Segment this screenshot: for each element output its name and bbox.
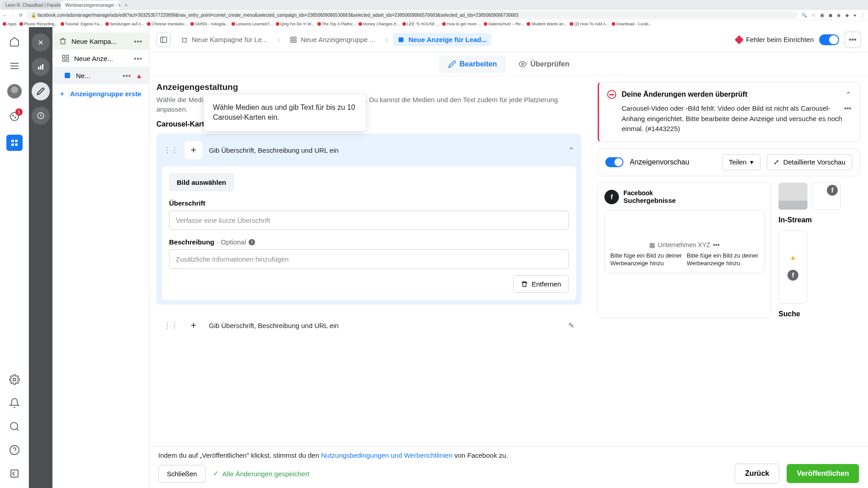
browser-tab[interactable]: Werbeanzeigenmanager - We...× [61, 1, 120, 9]
reload-icon[interactable]: ⟳ [19, 13, 23, 18]
crumb-adset[interactable]: Neue Anzeigengruppe ... [285, 33, 380, 46]
more-menu[interactable]: ••• [844, 32, 861, 48]
terms-link[interactable]: Nutzungsbedingungen und Werberichtlinien [321, 451, 453, 459]
expand-icon: ⤢ [774, 158, 779, 166]
cookie-icon[interactable]: 1 [8, 110, 21, 123]
drag-handle-icon[interactable]: ⋮⋮ [164, 146, 178, 155]
tree-adset[interactable]: Neue Anze... ••• [52, 50, 149, 67]
bookmark-item[interactable]: Student Wants an... [527, 22, 567, 26]
bookmark-item[interactable]: The Top 3 Platfor... [317, 22, 356, 26]
ext-icon[interactable]: ◉ [837, 13, 841, 18]
tree-campaign[interactable]: Neue Kampa... ••• [52, 33, 149, 50]
bookmark-item[interactable]: Qing Fei De Yi W... [276, 22, 315, 26]
headline-label: Überschrift [169, 199, 569, 207]
warning-icon: ▲ [789, 253, 797, 262]
bookmark-item[interactable]: Download - Cooki... [612, 22, 652, 26]
chart-icon[interactable] [32, 58, 50, 76]
status-toggle[interactable] [819, 34, 839, 45]
placement-title: Suche [778, 310, 860, 318]
bookmark-item[interactable]: LEE 'S HOUSE ... [402, 22, 439, 26]
add-media-button[interactable] [184, 141, 203, 159]
drag-handle-icon[interactable]: ⋮⋮ [164, 321, 178, 330]
placement-thumb[interactable]: ▲ f [778, 230, 807, 304]
help-icon[interactable] [8, 444, 21, 456]
nav-fwd-icon[interactable]: → [11, 13, 15, 18]
crumb-campaign[interactable]: Neue Kampagne für Le... [176, 33, 272, 46]
bookmark-item[interactable]: (2) How To Add A... [570, 22, 609, 26]
facebook-icon: f [788, 270, 798, 281]
menu-icon[interactable] [8, 60, 21, 72]
svg-rect-13 [42, 64, 43, 70]
bookmark-item[interactable]: Apps [3, 22, 17, 26]
bell-icon[interactable] [8, 397, 21, 409]
add-adset-button[interactable]: ＋ Anzeigengruppe erste [52, 84, 149, 103]
star-icon[interactable]: ☆ [811, 13, 816, 18]
more-icon[interactable]: ••• [134, 38, 142, 45]
close-button[interactable] [32, 33, 50, 52]
bookmark-item[interactable]: Tutorial: Eigene Fa... [61, 22, 103, 26]
more-icon[interactable]: ••• [134, 55, 142, 62]
card-header[interactable]: ⋮⋮ Gib Überschrift, Beschreibung und URL… [162, 314, 576, 337]
ext-icon[interactable]: ▣ [820, 13, 824, 18]
clock-icon[interactable] [32, 107, 50, 125]
tab-edit[interactable]: Bearbeiten [439, 56, 506, 73]
detailed-preview-button[interactable]: ⤢Detaillierte Vorschau [767, 154, 852, 170]
apps-grid-icon[interactable] [6, 135, 23, 151]
edit-icon[interactable] [32, 82, 50, 100]
home-icon[interactable] [8, 35, 21, 48]
avatar-icon[interactable]: ● [854, 13, 856, 18]
tree-ad[interactable]: Ne... ••• ▲ [52, 67, 149, 84]
ext-icon[interactable]: ◆ [845, 13, 849, 18]
menu-icon[interactable]: ⋮ [861, 13, 865, 18]
more-icon[interactable]: ••• [123, 72, 131, 80]
svg-point-26 [522, 63, 524, 65]
new-tab-button[interactable]: + [121, 3, 131, 8]
bookmark-item[interactable]: Lessons Learned f... [231, 22, 273, 26]
tab-review[interactable]: Überprüfen [509, 56, 578, 73]
bookmark-item[interactable]: Sendungen auf A... [105, 22, 145, 26]
avatar[interactable] [7, 84, 22, 99]
add-media-button[interactable] [184, 316, 203, 334]
collapse-icon[interactable] [8, 467, 21, 480]
bookmark-item[interactable]: Chinese translatio... [147, 22, 188, 26]
placement-thumb[interactable] [778, 183, 807, 210]
facebook-icon: f [827, 185, 838, 196]
back-button[interactable]: Zurück [735, 464, 779, 483]
chevron-up-icon[interactable]: ⌃ [568, 146, 574, 155]
bookmark-item[interactable]: Phone Recycling... [19, 22, 58, 26]
facebook-icon: f [604, 190, 619, 204]
preview-toggle[interactable] [605, 157, 623, 167]
help-tooltip: Wähle Medien aus und gib Text für bis zu… [203, 94, 366, 131]
svg-rect-25 [399, 37, 404, 42]
info-icon[interactable]: i [249, 239, 255, 245]
panel-toggle-icon[interactable] [156, 33, 171, 47]
placement-thumb[interactable]: f [812, 183, 841, 210]
browser-tab[interactable]: Leon R. Chaudhari | Facebook× [2, 1, 61, 9]
fb-ext-icon[interactable]: ◼ [829, 13, 832, 18]
svg-rect-11 [38, 67, 39, 70]
more-icon: ••• [713, 241, 720, 249]
remove-card-button[interactable]: Entfernen [513, 275, 569, 293]
publish-button[interactable]: Veröffentlichen [787, 464, 859, 483]
zoom-icon[interactable]: 🔍 [802, 13, 807, 18]
more-icon[interactable]: ••• [844, 103, 851, 114]
url-field[interactable]: 🔒 facebook.com/adsmanager/manage/ads/edi… [26, 11, 798, 19]
share-button[interactable]: Teilen▾ [722, 154, 760, 170]
search-icon[interactable] [8, 420, 21, 433]
nav-back-icon[interactable]: ← [3, 13, 7, 18]
crumb-ad[interactable]: Neue Anzeige für Lead... [393, 33, 491, 46]
chevron-up-icon[interactable]: ⌃ [845, 90, 851, 99]
card-header[interactable]: ⋮⋮ Gib Überschrift, Beschreibung und URL… [162, 138, 576, 162]
close-button[interactable]: Schließen [158, 465, 206, 483]
bookmark-item[interactable]: GMSN - Vologda... [190, 22, 229, 26]
description-input[interactable] [169, 249, 569, 269]
edit-icon[interactable]: ✎ [568, 321, 574, 330]
mock-placement: Suchergebnisse [623, 197, 676, 205]
svg-point-7 [13, 378, 16, 381]
bookmark-item[interactable]: Money Changes E... [359, 22, 400, 26]
bookmark-item[interactable]: How to get more ... [442, 22, 481, 26]
gear-icon[interactable] [8, 373, 21, 386]
select-image-button[interactable]: Bild auswählen [169, 174, 234, 191]
bookmark-item[interactable]: Datenschutz – Re... [484, 22, 524, 26]
headline-input[interactable] [169, 211, 569, 230]
